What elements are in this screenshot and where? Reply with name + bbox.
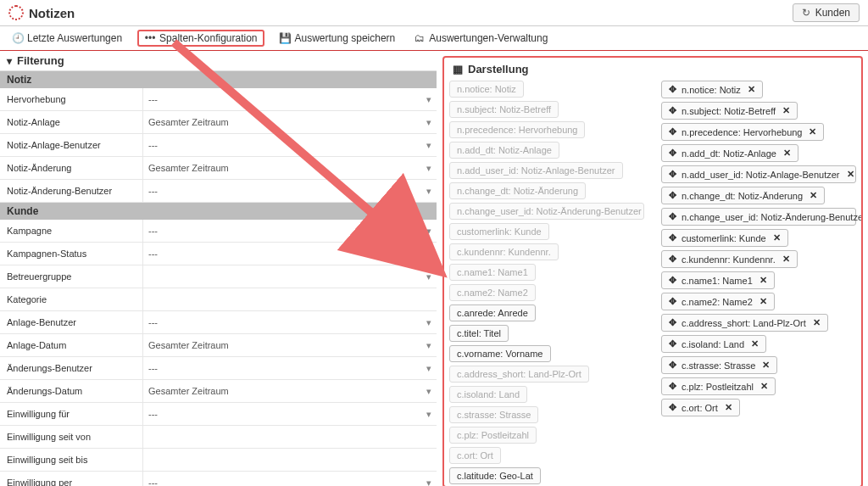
selected-field-chip[interactable]: ✥c.address_short: Land-Plz-Ort✕ — [661, 314, 828, 332]
available-field-chip[interactable]: customerlink: Kunde — [449, 223, 549, 240]
selected-field-chip[interactable]: ✥customerlink: Kunde✕ — [661, 229, 788, 247]
selected-field-chip[interactable]: ✥c.name2: Name2✕ — [661, 293, 775, 310]
remove-icon[interactable]: ✕ — [810, 190, 817, 201]
chevron-down-icon: ▾ — [426, 317, 431, 328]
filter-value-notiz-anlage-benutzer[interactable]: ---▾ — [142, 134, 437, 156]
selected-field-chip[interactable]: ✥c.name1: Name1✕ — [661, 271, 775, 289]
filter-value-betreuergruppe[interactable]: ▾ — [142, 265, 437, 288]
available-field-chip[interactable]: c.isoland: Land — [449, 386, 527, 403]
filter-value-text: --- — [148, 186, 158, 196]
available-field-chip[interactable]: n.notice: Notiz — [449, 81, 524, 98]
remove-icon[interactable]: ✕ — [751, 338, 759, 349]
available-field-chip[interactable]: c.plz: Postleitzahl — [449, 427, 537, 444]
available-field-chip[interactable]: c.ort: Ort — [449, 447, 501, 464]
remove-icon[interactable]: ✕ — [783, 148, 791, 159]
drag-handle-icon[interactable]: ✥ — [669, 232, 676, 243]
available-field-chip[interactable]: c.vorname: Vorname — [449, 345, 551, 362]
selected-field-chip[interactable]: ✥n.change_dt: Notiz-Änderung✕ — [661, 187, 825, 204]
drag-handle-icon[interactable]: ✥ — [669, 317, 676, 328]
drag-handle-icon[interactable]: ✥ — [669, 190, 676, 201]
drag-handle-icon[interactable]: ✥ — [669, 381, 676, 392]
filter-value-einwilligung-fuer[interactable]: ---▾ — [142, 403, 437, 425]
remove-icon[interactable]: ✕ — [760, 275, 767, 286]
selected-field-chip[interactable]: ✥c.strasse: Strasse✕ — [661, 356, 777, 374]
filter-value-aenderungs-benutzer[interactable]: ---▾ — [142, 357, 437, 379]
available-field-chip[interactable]: c.name1: Name1 — [449, 264, 536, 281]
drag-handle-icon[interactable]: ✥ — [669, 84, 676, 95]
selected-field-chip[interactable]: ✥n.precedence: Hervorhebung✕ — [661, 123, 824, 141]
remove-icon[interactable]: ✕ — [847, 169, 854, 180]
filter-value-einwilligung-seit-bis[interactable] — [142, 449, 437, 471]
filter-value-notiz-aenderung-benutzer[interactable]: ---▾ — [142, 180, 437, 202]
drag-handle-icon[interactable]: ✥ — [669, 338, 676, 349]
selected-field-chip[interactable]: ✥n.add_user_id: Notiz-Anlage-Benutzer✕ — [661, 165, 856, 183]
filter-value-aenderungs-datum[interactable]: Gesamter Zeitraum▾ — [142, 380, 437, 402]
available-field-chip[interactable]: c.titel: Titel — [449, 325, 509, 342]
selected-field-chip[interactable]: ✥n.notice: Notiz✕ — [661, 81, 763, 98]
filter-row-einwilligung-fuer: Einwilligung für---▾ — [0, 403, 437, 426]
available-field-chip[interactable]: c.strasse: Strasse — [449, 406, 538, 423]
filter-value-kampagnen-status[interactable]: ---▾ — [142, 243, 437, 265]
filter-value-einwilligung-per[interactable]: ---▾ — [142, 472, 437, 486]
available-field-chip[interactable]: n.change_user_id: Notiz-Änderung-Benutze… — [449, 203, 644, 220]
chip-label: c.strasse: Strasse — [682, 360, 755, 371]
drag-handle-icon[interactable]: ✥ — [669, 296, 676, 307]
drag-handle-icon[interactable]: ✥ — [669, 148, 676, 159]
drag-handle-icon[interactable]: ✥ — [669, 211, 676, 222]
remove-icon[interactable]: ✕ — [760, 296, 767, 307]
remove-icon[interactable]: ✕ — [748, 84, 755, 95]
available-field-chip[interactable]: n.subject: Notiz-Betreff — [449, 101, 559, 118]
drag-handle-icon[interactable]: ✥ — [669, 105, 676, 116]
remove-icon[interactable]: ✕ — [725, 402, 732, 413]
filter-value-notiz-aenderung[interactable]: Gesamter Zeitraum▾ — [142, 157, 437, 179]
selected-field-chip[interactable]: ✥c.kundennr: Kundennr.✕ — [661, 250, 798, 268]
chip-label: c.ort: Ort — [682, 403, 718, 413]
filter-value-kampagne[interactable]: ---▾ — [142, 220, 437, 242]
chip-label: c.name2: Name2 — [457, 288, 528, 298]
drag-handle-icon[interactable]: ✥ — [669, 360, 676, 371]
remove-icon[interactable]: ✕ — [813, 317, 821, 328]
remove-icon[interactable]: ✕ — [782, 254, 790, 265]
available-field-chip[interactable]: n.add_user_id: Notiz-Anlage-Benutzer — [449, 162, 623, 179]
available-field-chip[interactable]: n.precedence: Hervorhebung — [449, 121, 585, 138]
manage-evaluations-button[interactable]: 🗂 Auswertungen-Verwaltung — [410, 31, 551, 46]
filter-value-kategorie[interactable] — [142, 288, 437, 310]
selected-field-chip[interactable]: ✥c.isoland: Land✕ — [661, 335, 766, 353]
remove-icon[interactable]: ✕ — [773, 232, 781, 243]
column-config-button[interactable]: ••• Spalten-Konfiguration — [137, 30, 264, 47]
filter-value-anlage-benutzer[interactable]: ---▾ — [142, 311, 437, 333]
filter-label: Notiz-Änderung-Benutzer — [0, 186, 142, 196]
kunden-button[interactable]: ↻ Kunden — [793, 3, 860, 22]
drag-handle-icon[interactable]: ✥ — [669, 169, 676, 180]
remove-icon[interactable]: ✕ — [782, 105, 790, 116]
selected-field-chip[interactable]: ✥n.subject: Notiz-Betreff✕ — [661, 102, 798, 120]
drag-handle-icon[interactable]: ✥ — [669, 126, 676, 137]
available-field-chip[interactable]: c.latitude: Geo-Lat — [449, 467, 541, 484]
available-field-chip[interactable]: c.kundennr: Kundennr. — [449, 243, 559, 260]
available-field-chip[interactable]: n.add_dt: Notiz-Anlage — [449, 142, 559, 159]
available-field-chip[interactable]: c.anrede: Anrede — [449, 304, 536, 321]
available-field-chip[interactable]: n.change_dt: Notiz-Änderung — [449, 182, 586, 199]
available-field-chip[interactable]: c.address_short: Land-Plz-Ort — [449, 366, 589, 383]
remove-icon[interactable]: ✕ — [809, 126, 816, 137]
filter-value-notiz-anlage[interactable]: Gesamter Zeitraum▾ — [142, 111, 437, 133]
remove-icon[interactable]: ✕ — [760, 381, 768, 392]
last-evaluations-button[interactable]: 🕘 Letzte Auswertungen — [8, 31, 125, 46]
save-evaluation-button[interactable]: 💾 Auswertung speichern — [276, 31, 399, 46]
chip-label: n.change_dt: Notiz-Änderung — [682, 191, 803, 201]
filter-row-notiz-aenderung-benutzer: Notiz-Änderung-Benutzer---▾ — [0, 180, 437, 203]
filter-value-einwilligung-seit-von[interactable] — [142, 426, 437, 448]
clock-icon: 🕘 — [12, 32, 24, 44]
available-field-chip[interactable]: c.name2: Name2 — [449, 284, 536, 301]
filter-value-hervorhebung[interactable]: ---▾ — [142, 88, 437, 110]
last-evaluations-label: Letzte Auswertungen — [27, 32, 122, 44]
drag-handle-icon[interactable]: ✥ — [669, 402, 676, 413]
selected-field-chip[interactable]: ✥n.add_dt: Notiz-Anlage✕ — [661, 144, 798, 162]
selected-field-chip[interactable]: ✥c.plz: Postleitzahl✕ — [661, 377, 776, 395]
filter-value-anlage-datum[interactable]: Gesamter Zeitraum▾ — [142, 334, 437, 356]
drag-handle-icon[interactable]: ✥ — [669, 254, 676, 265]
drag-handle-icon[interactable]: ✥ — [669, 275, 676, 286]
selected-field-chip[interactable]: ✥c.ort: Ort✕ — [661, 399, 740, 416]
selected-field-chip[interactable]: ✥n.change_user_id: Notiz-Änderung-Benutz… — [661, 208, 856, 226]
remove-icon[interactable]: ✕ — [762, 360, 770, 371]
